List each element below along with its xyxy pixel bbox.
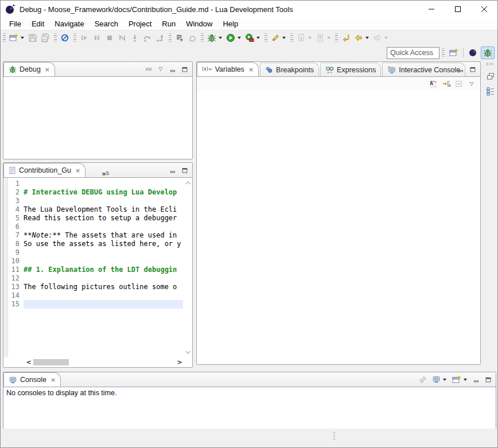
dropdown-arrow-icon[interactable]: [238, 37, 241, 39]
code-line[interactable]: 5Read this section to setup a debugger: [9, 214, 183, 223]
console-content[interactable]: No consoles to display at this time.: [3, 387, 496, 428]
scroll-left-icon[interactable]: <: [25, 359, 32, 366]
code-line[interactable]: 7**Note:** The assets that are used in: [9, 231, 183, 240]
line-number: 6: [9, 223, 24, 231]
scrollbar-thumb[interactable]: [33, 359, 69, 365]
dropdown-arrow-icon[interactable]: [464, 379, 467, 381]
line-number: 8: [9, 240, 24, 248]
show-hidden-editors-button[interactable]: »5: [102, 169, 109, 177]
minimize-view-button[interactable]: [456, 64, 466, 75]
debug-button[interactable]: [205, 32, 224, 44]
menu-item-navigate[interactable]: Navigate: [49, 18, 89, 30]
code-line-current[interactable]: 15: [9, 300, 183, 309]
scroll-up-icon[interactable]: [185, 181, 191, 185]
dropdown-arrow-icon[interactable]: [256, 37, 260, 39]
close-icon[interactable]: ×: [248, 66, 254, 73]
quick-access-input[interactable]: [387, 47, 439, 59]
menu-item-search[interactable]: Search: [90, 18, 123, 30]
tab-interactive-console[interactable]: Interactive Console: [382, 63, 465, 76]
skip-all-breakpoints-button[interactable]: [59, 32, 71, 44]
menu-item-project[interactable]: Project: [123, 18, 157, 30]
tab-label: Expressions: [337, 66, 376, 74]
debug-view-content[interactable]: [3, 76, 192, 159]
previous-annotation-button: [314, 32, 333, 44]
menu-item-help[interactable]: Help: [217, 18, 243, 30]
minimize-view-button[interactable]: [168, 64, 178, 75]
run-button[interactable]: [224, 32, 243, 44]
debug-perspective-button[interactable]: [481, 46, 495, 59]
variables-icon: (x)=: [202, 67, 212, 72]
dropdown-arrow-icon[interactable]: [365, 37, 369, 39]
outline-view-icon[interactable]: [485, 85, 496, 97]
dropdown-arrow-icon[interactable]: [21, 37, 24, 39]
ldt-perspective-button[interactable]: [466, 46, 480, 59]
dropdown-arrow-icon[interactable]: [384, 37, 388, 39]
show-type-names-icon[interactable]: K: [429, 79, 439, 89]
code-line[interactable]: 9: [9, 248, 183, 257]
tab-contribution-guide[interactable]: Contribution_Gu ×: [3, 163, 85, 177]
code-line[interactable]: 11## 1. Explanation of the LDT debuggin: [9, 266, 183, 274]
menu-item-file[interactable]: File: [4, 18, 26, 30]
statusbar-drag-handle[interactable]: [333, 432, 335, 441]
code-line[interactable]: 13The following pictures outline some o: [9, 283, 183, 291]
window-close-button[interactable]: [471, 1, 497, 18]
code-line[interactable]: 10: [9, 257, 183, 266]
back-button[interactable]: [352, 32, 371, 44]
debug-perspective-icon: [483, 48, 492, 57]
menu-item-edit[interactable]: Edit: [26, 18, 49, 30]
minimize-view-button[interactable]: [168, 165, 178, 176]
tab-breakpoints[interactable]: Breakpoints: [260, 63, 319, 76]
variables-view-content: K ▽: [197, 76, 480, 364]
tab-debug[interactable]: Debug ×: [3, 62, 55, 76]
editor-text-area[interactable]: 12# Interactive DEBUG using Lua Develop3…: [9, 180, 183, 357]
tab-expressions[interactable]: x= Expressions: [320, 63, 381, 76]
view-menu-icon[interactable]: ▽: [466, 79, 477, 89]
show-logical-structure-icon[interactable]: [441, 79, 452, 89]
code-line[interactable]: 12: [9, 274, 183, 283]
menu-item-window[interactable]: Window: [181, 18, 217, 30]
maximize-view-button[interactable]: [180, 64, 190, 75]
maximize-view-button[interactable]: [180, 165, 190, 176]
tab-variables[interactable]: (x)= Variables ×: [197, 62, 259, 76]
open-console-button[interactable]: [450, 373, 469, 386]
editor-content[interactable]: 12# Interactive DEBUG using Lua Develop3…: [3, 177, 192, 367]
menu-item-run[interactable]: Run: [157, 18, 181, 30]
new-button[interactable]: [7, 32, 26, 44]
code-line[interactable]: 4The Lua Development Tools in the Ecli: [9, 205, 183, 214]
close-icon[interactable]: ×: [50, 376, 56, 384]
dropdown-arrow-icon[interactable]: [308, 37, 312, 39]
external-tools-button[interactable]: [243, 32, 262, 44]
maximize-view-button[interactable]: [483, 375, 493, 385]
dropdown-arrow-icon[interactable]: [327, 37, 330, 39]
code-line[interactable]: 6: [9, 223, 183, 231]
svg-text:x: x: [327, 70, 329, 74]
code-line[interactable]: 1: [9, 180, 183, 188]
title-bar: Debug - Moose_Framework/docs/Contributio…: [1, 1, 497, 18]
display-selected-console-button[interactable]: [430, 373, 449, 386]
close-icon[interactable]: ×: [45, 66, 50, 73]
restore-view-button[interactable]: [485, 71, 496, 82]
maximize-view-button[interactable]: [468, 64, 478, 75]
window-maximize-button[interactable]: [445, 1, 471, 18]
code-line[interactable]: 2# Interactive DEBUG using Lua Develop: [9, 188, 183, 197]
horizontal-scrollbar[interactable]: < >: [25, 359, 183, 366]
dropdown-arrow-icon[interactable]: [219, 37, 222, 39]
main-toolbar: [1, 31, 497, 45]
scroll-down-icon[interactable]: [185, 350, 191, 354]
dropdown-arrow-icon[interactable]: [443, 379, 446, 381]
last-edit-location-button[interactable]: [340, 32, 352, 44]
window-minimize-button[interactable]: [418, 1, 445, 18]
dropdown-arrow-icon[interactable]: [282, 37, 286, 39]
close-icon[interactable]: ×: [75, 167, 80, 174]
code-line[interactable]: 8So use the assets as listed here, or y: [9, 240, 183, 248]
minimize-view-button[interactable]: [471, 375, 481, 385]
view-menu-icon[interactable]: ▽: [155, 64, 166, 75]
code-line[interactable]: 3: [9, 197, 183, 205]
tab-console[interactable]: Console ×: [3, 372, 61, 387]
open-task-button[interactable]: [269, 32, 288, 44]
scroll-right-icon[interactable]: >: [176, 359, 183, 366]
use-step-filters-button[interactable]: [173, 32, 186, 44]
line-text: [24, 291, 183, 300]
open-perspective-button[interactable]: [447, 46, 461, 59]
code-line[interactable]: 14: [9, 291, 183, 300]
